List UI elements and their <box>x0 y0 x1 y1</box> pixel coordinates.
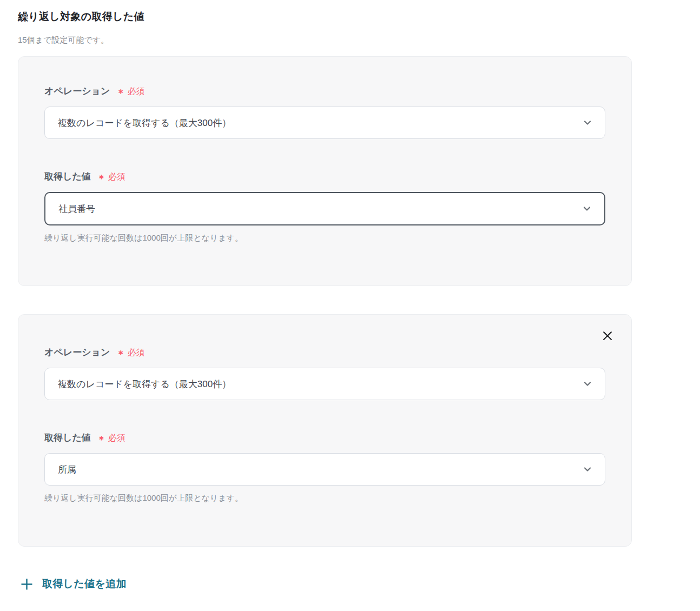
acquired-value-label: 取得した値 ＊ 必須 <box>44 433 605 443</box>
operation-select[interactable]: 複数のレコードを取得する（最大300件） <box>44 368 605 400</box>
chevron-down-icon <box>582 203 592 214</box>
required-badge: 必須 <box>108 171 126 182</box>
plus-icon <box>21 578 33 590</box>
operation-label: オペレーション ＊ 必須 <box>44 347 605 358</box>
chevron-down-icon <box>582 117 593 128</box>
operation-label: オペレーション ＊ 必須 <box>44 86 605 97</box>
acquired-value-field: 取得した値 ＊ 必須 社員番号 繰り返し実行可能な回数は1000回が上限となりま… <box>44 171 605 243</box>
acquired-value-card-2: オペレーション ＊ 必須 複数のレコードを取得する（最大300件） 取得した値 … <box>18 314 632 547</box>
acquired-value-card-1: オペレーション ＊ 必須 複数のレコードを取得する（最大300件） 取得した値 … <box>18 56 632 286</box>
repeat-target-settings-page: 繰り返し対象の取得した値 15個まで設定可能です。 オペレーション ＊ 必須 複… <box>0 0 700 611</box>
acquired-value-helper-text: 繰り返し実行可能な回数は1000回が上限となります。 <box>44 233 605 243</box>
required-asterisk: ＊ <box>116 88 126 98</box>
acquired-value-select-value: 社員番号 <box>58 203 95 215</box>
acquired-value-select[interactable]: 社員番号 <box>44 192 605 225</box>
required-asterisk: ＊ <box>97 173 107 184</box>
chevron-down-icon <box>582 378 593 389</box>
required-badge: 必須 <box>108 433 126 443</box>
operation-label-text: オペレーション <box>44 347 110 358</box>
acquired-value-field: 取得した値 ＊ 必須 所属 繰り返し実行可能な回数は1000回が上限となります。 <box>44 433 605 503</box>
required-badge: 必須 <box>127 86 144 97</box>
operation-field: オペレーション ＊ 必須 複数のレコードを取得する（最大300件） <box>44 347 605 400</box>
acquired-value-select[interactable]: 所属 <box>44 453 605 486</box>
operation-label-text: オペレーション <box>44 86 110 97</box>
acquired-value-select-value: 所属 <box>58 463 76 476</box>
add-acquired-value-button[interactable]: 取得した値を追加 <box>21 577 127 591</box>
acquired-value-helper-text: 繰り返し実行可能な回数は1000回が上限となります。 <box>44 493 605 503</box>
remove-card-button[interactable] <box>600 329 615 343</box>
acquired-value-label-text: 取得した値 <box>44 171 91 182</box>
add-acquired-value-label: 取得した値を追加 <box>42 577 127 591</box>
acquired-value-label-text: 取得した値 <box>44 433 91 443</box>
required-badge: 必須 <box>127 347 144 358</box>
acquired-value-label: 取得した値 ＊ 必須 <box>44 171 605 182</box>
required-asterisk: ＊ <box>116 349 126 360</box>
close-icon <box>601 329 614 342</box>
chevron-down-icon <box>582 464 593 475</box>
required-asterisk: ＊ <box>97 434 107 445</box>
page-title: 繰り返し対象の取得した値 <box>18 11 700 23</box>
operation-field: オペレーション ＊ 必須 複数のレコードを取得する（最大300件） <box>44 86 605 139</box>
page-subtitle: 15個まで設定可能です。 <box>18 36 700 44</box>
operation-select-value: 複数のレコードを取得する（最大300件） <box>58 117 231 129</box>
operation-select[interactable]: 複数のレコードを取得する（最大300件） <box>44 107 605 139</box>
operation-select-value: 複数のレコードを取得する（最大300件） <box>58 378 231 390</box>
